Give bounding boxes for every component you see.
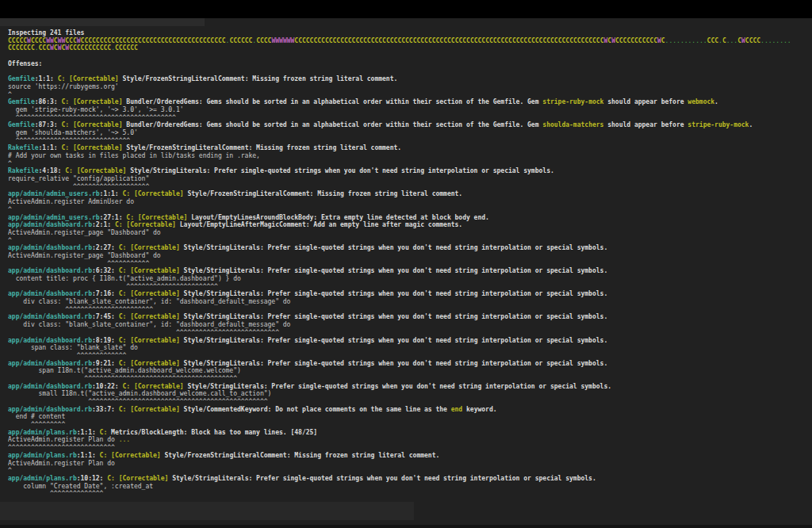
screen: { "colors": { "background": "#212121", "… bbox=[0, 0, 812, 528]
terminal-line: div class: "blank_slate_container", id: … bbox=[8, 298, 809, 306]
terminal-line: app/admin/dashboard.rb:7:45: C: [Correct… bbox=[8, 313, 809, 321]
terminal-line: app/admin/plans.rb:10:12: C: [Correctabl… bbox=[8, 475, 809, 483]
terminal-line: ^ bbox=[8, 206, 809, 214]
terminal-line: app/admin/admin_users.rb:27:1: C: [Corre… bbox=[8, 214, 809, 222]
terminal-line: ^^^^^^^^^^^^^^^^^^^^^^^^^^^^ bbox=[8, 444, 809, 452]
terminal-line: ^^^^^^^^^^^^^^^^^^^^^^^^^^^^^^^^^^^^^^^^… bbox=[8, 398, 809, 406]
terminal-line: ^^^^^^^^^^^^^^^^^^^^^^^^^^^^^^ bbox=[8, 137, 809, 145]
terminal-line: ActiveAdmin.register_page "Dashboard" do bbox=[8, 229, 809, 237]
terminal-line: require_relative "config/application" bbox=[8, 175, 809, 183]
terminal-window[interactable]: Inspecting 241 filesCCCCCWCCCCWWCWWCCCWC… bbox=[0, 18, 812, 528]
terminal-line: ^^^^^^^^^^^^^^ bbox=[8, 490, 809, 498]
terminal-line: # Add your own tasks in files placed in … bbox=[8, 152, 809, 160]
terminal-line: ^^^^^^^^^ bbox=[8, 421, 809, 429]
terminal-line: ^^^^^^^^^^^^^^^^^^^^^^^^^^^^^^^^^^^^^^^^ bbox=[8, 375, 809, 383]
terminal-line: app/admin/plans.rb:1:1: C: [Correctable]… bbox=[8, 452, 809, 460]
terminal-line: Gemfile:1:1: C: [Correctable] Style/Froz… bbox=[8, 75, 809, 83]
bottom-edge bbox=[0, 525, 812, 528]
terminal-line: div class: "blank_slate_container", id: … bbox=[8, 321, 809, 329]
terminal-line: app/admin/dashboard.rb:9:21: C: [Correct… bbox=[8, 360, 809, 368]
terminal-line: ^ bbox=[8, 160, 809, 168]
terminal-line: app/admin/admin_users.rb:1:1: C: [Correc… bbox=[8, 190, 809, 198]
terminal-line: source 'https://rubygems.org' bbox=[8, 83, 809, 91]
terminal-line: ^^^^^^^^^^^^^^^^^^^^ bbox=[8, 183, 809, 191]
terminal-line: CCCCCWCCCCWWCWWCCCWCCCCCCCCCCCCCCCCCCCCC… bbox=[8, 37, 809, 45]
terminal-line: app/admin/dashboard.rb:6:32: C: [Correct… bbox=[8, 267, 809, 275]
terminal-line: end # content bbox=[8, 413, 809, 421]
terminal-line: ^ bbox=[8, 467, 809, 475]
terminal-line: ^^^^^^^^^^^^^^^^^^^^^^^^^^^ bbox=[8, 329, 809, 337]
terminal-line: ^^^^^^^^^^^ bbox=[8, 260, 809, 268]
terminal-line: ActiveAdmin.register AdminUser do bbox=[8, 198, 809, 206]
terminal-line: ^ bbox=[8, 91, 809, 99]
terminal-line: Offenses: bbox=[8, 60, 809, 68]
terminal-line bbox=[8, 52, 809, 60]
terminal-line: content title: proc { I18n.t("active_adm… bbox=[8, 275, 809, 283]
terminal-line: ActiveAdmin.register Plan do bbox=[8, 460, 809, 468]
terminal-line: Gemfile:87:3: C: [Correctable] Bundler/O… bbox=[8, 121, 809, 129]
terminal-line: ^^^^^^^^^^^^^^^^^^^^^^^^^^^^^^^^^^^^^^^^… bbox=[8, 114, 809, 122]
terminal-line: Rakefile:1:1: C: [Correctable] Style/Fro… bbox=[8, 144, 809, 152]
terminal-line: Inspecting 241 files bbox=[8, 29, 809, 37]
terminal-line: Gemfile:86:3: C: [Correctable] Bundler/O… bbox=[8, 98, 809, 106]
terminal-line: CCCCCCC.CCCWCWCWCCCCCCCCCCC.CCCCCC bbox=[8, 44, 809, 52]
terminal-line: app/admin/plans.rb:1:1: C: Metrics/Block… bbox=[8, 429, 809, 437]
terminal-line: small I18n.t("active_admin.dashboard_wel… bbox=[8, 390, 809, 398]
terminal-line: app/admin/dashboard.rb:33:7: C: [Correct… bbox=[8, 406, 809, 414]
terminal-line: Rakefile:4:18: C: [Correctable] Style/St… bbox=[8, 167, 809, 175]
terminal-line: app/admin/dashboard.rb:10:22: C: [Correc… bbox=[8, 383, 809, 391]
terminal-line: span I18n.t("active_admin.dashboard_welc… bbox=[8, 367, 809, 375]
terminal-line: ^^^^^^^^^^^^^^^^^^^^^^^ bbox=[8, 306, 809, 314]
bottom-highlight-bar bbox=[0, 502, 414, 520]
terminal-line: gem 'shoulda-matchers', '~> 5.0' bbox=[8, 129, 809, 137]
terminal-line: ^^^^^^^^^^^^^^^^^^^^^^^^ bbox=[8, 283, 809, 291]
terminal-line: ActiveAdmin.register Plan do ... bbox=[8, 436, 809, 444]
terminal-line: ^ bbox=[8, 237, 809, 245]
terminal-line bbox=[8, 67, 809, 75]
terminal-line: gem 'stripe-ruby-mock', '~> 3.0', '>= 3.… bbox=[8, 106, 809, 114]
terminal-line: app/admin/dashboard.rb:8:19: C: [Correct… bbox=[8, 337, 809, 345]
terminal-line: app/admin/dashboard.rb:2:27: C: [Correct… bbox=[8, 244, 809, 252]
terminal-line: app/admin/dashboard.rb:2:1: C: [Correcta… bbox=[8, 221, 809, 229]
terminal-line: ActiveAdmin.register_page "Dashboard" do bbox=[8, 252, 809, 260]
terminal-line: column "Created Date", :created_at bbox=[8, 483, 809, 491]
terminal-line: app/admin/dashboard.rb:7:16: C: [Correct… bbox=[8, 290, 809, 298]
terminal-tab-strip bbox=[0, 18, 205, 26]
terminal-line: span class: "blank_slate" do bbox=[8, 344, 809, 352]
terminal-output: Inspecting 241 filesCCCCCWCCCCWWCWWCCCWC… bbox=[8, 29, 809, 498]
terminal-line: ^^^^^^^^^^^^^ bbox=[8, 352, 809, 360]
